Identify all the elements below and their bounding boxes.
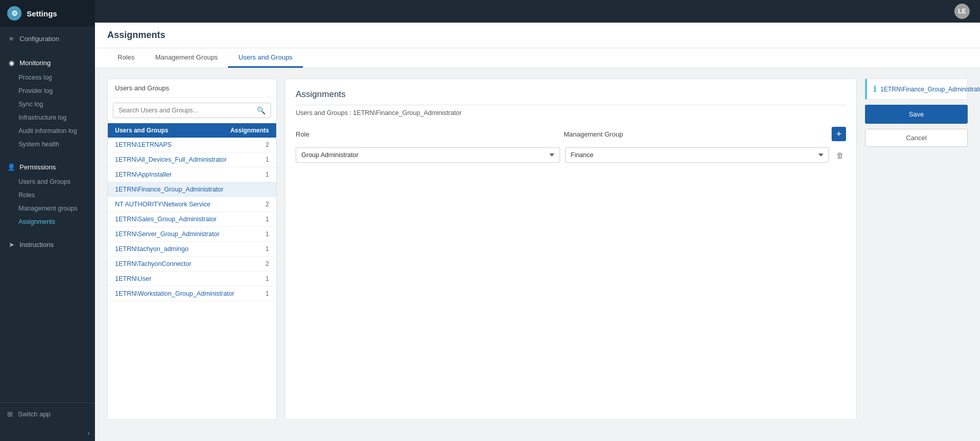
sidebar-configuration-label: Configuration: [20, 35, 59, 43]
main-content: LE Assignments Roles Management Groups U…: [95, 0, 980, 441]
list-item[interactable]: 1ETRN\TachyonConnector 2: [108, 257, 276, 272]
sidebar-item-roles[interactable]: Roles: [0, 188, 95, 202]
assignment-count: 1: [259, 171, 269, 178]
sidebar-instructions-label: Instructions: [20, 241, 53, 248]
assignment-count: 2: [259, 260, 269, 267]
assignments-subtitle: Users and Groups : 1ETRN\Finance_Group_A…: [296, 109, 846, 117]
sidebar-item-system-health[interactable]: System health: [0, 138, 95, 151]
assignment-count: 1: [259, 275, 269, 282]
assignment-count: 1: [259, 156, 269, 163]
user-link[interactable]: 1ETRN\Sales_Group_Administrator: [115, 216, 217, 223]
assignment-count: 2: [259, 201, 269, 208]
assignment-count: 1: [259, 290, 269, 297]
list-item[interactable]: 1ETRN\tachyon_admingo 1: [108, 242, 276, 257]
user-link[interactable]: 1ETRN\User: [115, 275, 151, 282]
sidebar-item-instructions[interactable]: ➤ Instructions: [0, 237, 95, 253]
sidebar: ⚙ Settings ≡ Configuration ◉ Monitoring …: [0, 0, 95, 441]
role-select[interactable]: Group Administrator Administrator Viewer: [296, 147, 560, 163]
tab-management-groups[interactable]: Management Groups: [145, 48, 228, 68]
sidebar-item-management-groups[interactable]: Management groups: [0, 202, 95, 215]
cancel-button[interactable]: Cancel: [865, 129, 968, 147]
search-button[interactable]: 🔍: [252, 103, 271, 118]
sidebar-footer: ⊞ Switch app ‹: [0, 402, 95, 441]
sidebar-section-monitoring: ◉ Monitoring Process log Provider log Sy…: [0, 51, 95, 155]
list-item[interactable]: 1ETRN\Server_Group_Administrator 1: [108, 227, 276, 242]
user-link[interactable]: 1ETRN\tachyon_admingo: [115, 245, 188, 253]
user-link[interactable]: 1ETRN\Finance_Group_Administrator: [115, 186, 223, 193]
list-item-active[interactable]: 1ETRN\Finance_Group_Administrator: [108, 182, 276, 197]
left-panel: Users and Groups 🔍 Users and Groups Assi…: [107, 79, 277, 420]
user-link[interactable]: 1ETRN\AppInstaller: [115, 171, 171, 178]
sidebar-item-monitoring[interactable]: ◉ Monitoring: [0, 55, 95, 71]
sidebar-section-config: ≡ Configuration: [0, 27, 95, 51]
assignment-row: Group Administrator Administrator Viewer…: [296, 147, 846, 163]
sidebar-monitoring-label: Monitoring: [20, 59, 51, 67]
tab-users-and-groups[interactable]: Users and Groups: [228, 48, 303, 68]
sidebar-item-assignments[interactable]: Assignments: [0, 215, 95, 228]
sidebar-item-users-and-groups[interactable]: Users and Groups: [0, 175, 95, 188]
info-link[interactable]: 1ETRN\Finance_Group_Administrator: [880, 86, 980, 93]
app-title: Settings: [27, 9, 57, 18]
user-link[interactable]: 1ETRN\Server_Group_Administrator: [115, 231, 220, 238]
role-col-label: Role: [296, 130, 564, 138]
info-box: ℹ 1ETRN\Finance_Group_Administrator: [865, 79, 968, 100]
save-button[interactable]: Save: [865, 105, 968, 124]
assignment-count: 1: [259, 245, 269, 253]
assignments-panel-title: Assignments: [296, 89, 846, 105]
list-item[interactable]: NT AUTHORITY\Network Service 2: [108, 197, 276, 212]
assignment-count: 2: [259, 141, 269, 148]
sidebar-permissions-label: Permissions: [20, 163, 56, 171]
user-link[interactable]: 1ETRN\1ETRNAPS: [115, 141, 171, 148]
info-icon: ℹ: [873, 84, 876, 94]
management-group-select[interactable]: Finance Sales Server Workstation: [565, 147, 830, 163]
assignment-row-header: Role Management Group +: [296, 127, 846, 141]
delete-assignment-button[interactable]: 🗑: [834, 149, 846, 162]
assignment-count: 1: [259, 231, 269, 238]
switch-app-icon: ⊞: [7, 410, 13, 418]
right-panel: ℹ 1ETRN\Finance_Group_Administrator Save…: [865, 79, 968, 420]
sidebar-section-instructions: ➤ Instructions: [0, 233, 95, 257]
page-area: Assignments Roles Management Groups User…: [95, 23, 980, 441]
list-item[interactable]: 1ETRN\Sales_Group_Administrator 1: [108, 212, 276, 227]
sidebar-item-configuration[interactable]: ≡ Configuration: [0, 31, 95, 47]
user-link[interactable]: 1ETRN\Workstation_Group_Administrator: [115, 290, 235, 297]
sidebar-item-process-log[interactable]: Process log: [0, 71, 95, 84]
add-assignment-button[interactable]: +: [832, 127, 846, 141]
user-link[interactable]: 1ETRN\TachyonConnector: [115, 260, 191, 267]
instructions-icon: ➤: [7, 241, 15, 248]
sidebar-item-infrastructure-log[interactable]: Infrastructure log: [0, 111, 95, 124]
list-col-users: Users and Groups: [115, 127, 168, 134]
sidebar-item-audit-information-log[interactable]: Audit information log: [0, 124, 95, 138]
user-link[interactable]: 1ETRN\All_Devices_Full_Administrator: [115, 156, 226, 163]
list-item[interactable]: 1ETRN\User 1: [108, 272, 276, 286]
list-header: Users and Groups Assignments: [108, 123, 276, 138]
list-col-assignments: Assignments: [230, 127, 269, 134]
middle-panel: Assignments Users and Groups : 1ETRN\Fin…: [285, 79, 857, 420]
monitoring-icon: ◉: [7, 59, 15, 67]
page-title: Assignments: [107, 30, 968, 41]
tabs-bar: Roles Management Groups Users and Groups: [95, 48, 980, 68]
sidebar-item-permissions[interactable]: 👤 Permissions: [0, 159, 95, 175]
list-item[interactable]: 1ETRN\All_Devices_Full_Administrator 1: [108, 152, 276, 167]
user-link[interactable]: NT AUTHORITY\Network Service: [115, 201, 210, 208]
list-item[interactable]: 1ETRN\Workstation_Group_Administrator 1: [108, 286, 276, 301]
tab-roles[interactable]: Roles: [107, 48, 145, 68]
user-avatar[interactable]: LE: [954, 4, 970, 19]
assignment-count: 1: [259, 216, 269, 223]
sidebar-switch-app-label: Switch app: [18, 410, 51, 418]
sidebar-collapse-button[interactable]: ‹: [0, 425, 95, 441]
config-icon: ≡: [7, 35, 15, 43]
sidebar-item-sync-log[interactable]: Sync log: [0, 98, 95, 111]
search-bar: 🔍: [113, 103, 271, 118]
list-items: 1ETRN\1ETRNAPS 2 1ETRN\All_Devices_Full_…: [108, 138, 276, 419]
app-icon: ⚙: [7, 6, 22, 21]
sidebar-header: ⚙ Settings: [0, 0, 95, 27]
list-item[interactable]: 1ETRN\AppInstaller 1: [108, 167, 276, 182]
search-input[interactable]: [113, 103, 252, 118]
sidebar-section-permissions: 👤 Permissions Users and Groups Roles Man…: [0, 155, 95, 233]
list-item[interactable]: 1ETRN\1ETRNAPS 2: [108, 138, 276, 152]
left-panel-header: Users and Groups: [108, 79, 276, 98]
sidebar-switch-app[interactable]: ⊞ Switch app: [0, 403, 95, 425]
management-group-col-label: Management Group: [564, 130, 832, 138]
sidebar-item-provider-log[interactable]: Provider log: [0, 84, 95, 98]
